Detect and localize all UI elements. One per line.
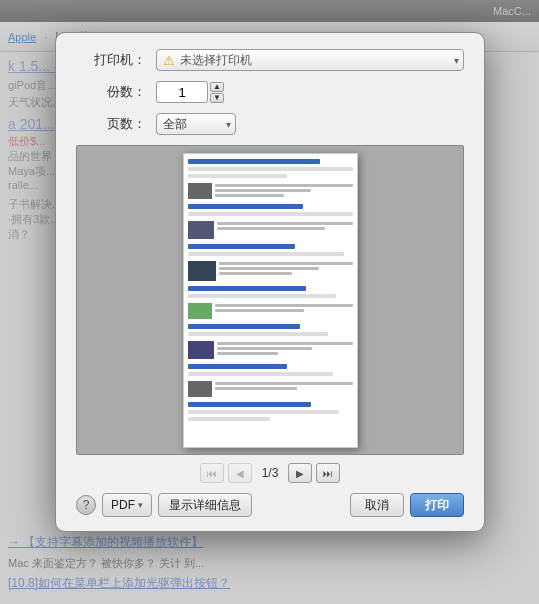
printer-value: 未选择打印机 (180, 52, 457, 69)
print-dialog: 打印机： ⚠ 未选择打印机 ▾ 份数： ▲ ▼ 页数： 全部 ▾ (55, 32, 485, 532)
first-page-button[interactable]: ⏮ (200, 463, 224, 483)
printer-row: 打印机： ⚠ 未选择打印机 ▾ (76, 49, 464, 71)
pages-dropdown-arrow: ▾ (226, 119, 231, 130)
preview-content (184, 154, 357, 447)
copies-label: 份数： (76, 83, 146, 101)
print-label: 打印 (425, 497, 449, 514)
pdf-label: PDF (111, 498, 135, 512)
help-button[interactable]: ? (76, 495, 96, 515)
last-page-button[interactable]: ⏭ (316, 463, 340, 483)
print-preview (76, 145, 464, 455)
next-page-button[interactable]: ▶ (288, 463, 312, 483)
bottom-button-row: ? PDF ▾ 显示详细信息 取消 打印 (76, 493, 464, 517)
print-button[interactable]: 打印 (410, 493, 464, 517)
copies-row: 份数： ▲ ▼ (76, 81, 464, 103)
details-label: 显示详细信息 (169, 497, 241, 514)
cancel-button[interactable]: 取消 (350, 493, 404, 517)
copies-decrement[interactable]: ▼ (210, 93, 224, 103)
printer-dropdown-arrow: ▾ (454, 55, 459, 66)
pdf-dropdown-arrow-icon: ▾ (138, 500, 143, 510)
pages-value: 全部 (163, 116, 229, 133)
details-button[interactable]: 显示详细信息 (158, 493, 252, 517)
preview-page (183, 153, 358, 448)
page-controls: ⏮ ◀ 1/3 ▶ ⏭ (76, 463, 464, 483)
copies-increment[interactable]: ▲ (210, 82, 224, 92)
copies-stepper: ▲ ▼ (210, 82, 224, 103)
pages-select[interactable]: 全部 ▾ (156, 113, 236, 135)
cancel-label: 取消 (365, 497, 389, 514)
prev-page-button[interactable]: ◀ (228, 463, 252, 483)
printer-select[interactable]: ⚠ 未选择打印机 ▾ (156, 49, 464, 71)
warning-icon: ⚠ (163, 53, 175, 68)
pdf-button[interactable]: PDF ▾ (102, 493, 152, 517)
page-indicator: 1/3 (256, 466, 285, 480)
printer-label: 打印机： (76, 51, 146, 69)
copies-input[interactable] (156, 81, 208, 103)
pages-row: 页数： 全部 ▾ (76, 113, 464, 135)
pages-label: 页数： (76, 115, 146, 133)
